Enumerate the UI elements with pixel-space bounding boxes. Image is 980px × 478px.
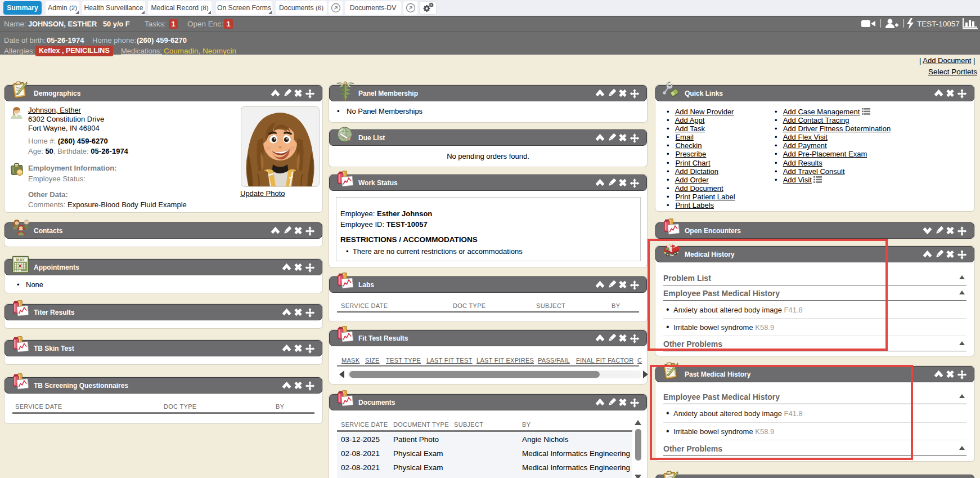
svg-text:MAY: MAY <box>16 258 25 262</box>
